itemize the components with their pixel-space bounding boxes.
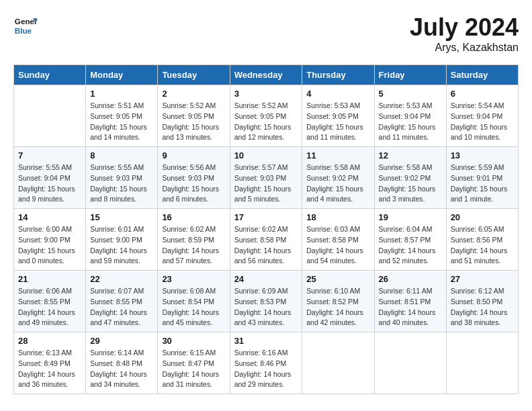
- calendar-cell: 24Sunrise: 6:09 AMSunset: 8:53 PMDayligh…: [230, 271, 302, 332]
- day-info: Sunrise: 5:55 AMSunset: 9:03 PMDaylight:…: [90, 163, 153, 205]
- day-info: Sunrise: 5:52 AMSunset: 9:05 PMDaylight:…: [162, 101, 225, 143]
- day-info: Sunrise: 6:08 AMSunset: 8:54 PMDaylight:…: [162, 286, 225, 328]
- calendar-cell: 20Sunrise: 6:05 AMSunset: 8:56 PMDayligh…: [446, 209, 518, 271]
- day-number: 30: [162, 336, 225, 346]
- day-info: Sunrise: 5:53 AMSunset: 9:04 PMDaylight:…: [379, 101, 442, 143]
- day-number: 13: [451, 150, 514, 161]
- day-info: Sunrise: 6:10 AMSunset: 8:52 PMDaylight:…: [306, 286, 369, 328]
- day-number: 22: [90, 274, 153, 284]
- day-number: 11: [306, 150, 369, 161]
- day-number: 15: [90, 212, 153, 222]
- calendar-cell: [374, 332, 446, 394]
- calendar-cell: 31Sunrise: 6:16 AMSunset: 8:46 PMDayligh…: [230, 332, 302, 394]
- day-number: 24: [234, 274, 298, 284]
- day-info: Sunrise: 6:05 AMSunset: 8:56 PMDaylight:…: [451, 224, 514, 267]
- day-number: 7: [18, 150, 81, 161]
- calendar-cell: 10Sunrise: 5:57 AMSunset: 9:03 PMDayligh…: [230, 147, 302, 209]
- title-block: July 2024 Arys, Kazakhstan: [410, 13, 519, 54]
- calendar-cell: 6Sunrise: 5:54 AMSunset: 9:04 PMDaylight…: [446, 85, 518, 147]
- calendar-cell: 18Sunrise: 6:03 AMSunset: 8:58 PMDayligh…: [302, 209, 374, 271]
- calendar-cell: 15Sunrise: 6:01 AMSunset: 9:00 PMDayligh…: [86, 209, 158, 271]
- day-number: 1: [90, 89, 153, 99]
- calendar-cell: 2Sunrise: 5:52 AMSunset: 9:05 PMDaylight…: [158, 85, 230, 147]
- calendar-cell: 22Sunrise: 6:07 AMSunset: 8:55 PMDayligh…: [86, 271, 158, 332]
- day-number: 29: [90, 336, 153, 346]
- calendar-header-row: SundayMondayTuesdayWednesdayThursdayFrid…: [14, 65, 519, 85]
- day-number: 10: [234, 150, 298, 161]
- day-info: Sunrise: 6:11 AMSunset: 8:51 PMDaylight:…: [379, 286, 442, 328]
- calendar-cell: 25Sunrise: 6:10 AMSunset: 8:52 PMDayligh…: [302, 271, 374, 332]
- week-row-1: 1Sunrise: 5:51 AMSunset: 9:05 PMDaylight…: [14, 85, 519, 147]
- day-info: Sunrise: 5:58 AMSunset: 9:02 PMDaylight:…: [306, 163, 369, 205]
- location: Arys, Kazakhstan: [410, 42, 519, 54]
- header-friday: Friday: [374, 65, 446, 85]
- day-info: Sunrise: 5:54 AMSunset: 9:04 PMDaylight:…: [451, 101, 514, 143]
- calendar-cell: 11Sunrise: 5:58 AMSunset: 9:02 PMDayligh…: [302, 147, 374, 209]
- calendar-cell: 17Sunrise: 6:02 AMSunset: 8:58 PMDayligh…: [230, 209, 302, 271]
- day-info: Sunrise: 6:12 AMSunset: 8:50 PMDaylight:…: [451, 286, 514, 328]
- logo: General Blue General Blue: [13, 13, 38, 38]
- calendar-cell: 14Sunrise: 6:00 AMSunset: 9:00 PMDayligh…: [14, 209, 86, 271]
- header-thursday: Thursday: [302, 65, 374, 85]
- calendar-cell: 5Sunrise: 5:53 AMSunset: 9:04 PMDaylight…: [374, 85, 446, 147]
- calendar-cell: 12Sunrise: 5:58 AMSunset: 9:02 PMDayligh…: [374, 147, 446, 209]
- day-number: 20: [451, 212, 514, 222]
- svg-text:General: General: [15, 17, 38, 26]
- calendar-cell: 16Sunrise: 6:02 AMSunset: 8:59 PMDayligh…: [158, 209, 230, 271]
- day-number: 19: [379, 212, 442, 222]
- day-info: Sunrise: 6:13 AMSunset: 8:49 PMDaylight:…: [18, 348, 81, 390]
- day-info: Sunrise: 5:58 AMSunset: 9:02 PMDaylight:…: [379, 163, 442, 205]
- calendar-cell: 27Sunrise: 6:12 AMSunset: 8:50 PMDayligh…: [446, 271, 518, 332]
- day-info: Sunrise: 5:56 AMSunset: 9:03 PMDaylight:…: [162, 163, 225, 205]
- day-info: Sunrise: 5:59 AMSunset: 9:01 PMDaylight:…: [451, 163, 514, 205]
- day-info: Sunrise: 6:07 AMSunset: 8:55 PMDaylight:…: [90, 286, 153, 328]
- day-number: 25: [306, 274, 369, 284]
- day-info: Sunrise: 6:00 AMSunset: 9:00 PMDaylight:…: [18, 224, 81, 267]
- day-info: Sunrise: 6:09 AMSunset: 8:53 PMDaylight:…: [234, 286, 298, 328]
- day-number: 12: [379, 150, 442, 161]
- day-number: 14: [18, 212, 81, 222]
- header-tuesday: Tuesday: [158, 65, 230, 85]
- calendar-cell: 1Sunrise: 5:51 AMSunset: 9:05 PMDaylight…: [86, 85, 158, 147]
- day-number: 28: [18, 336, 81, 346]
- day-number: 4: [306, 89, 369, 99]
- day-number: 8: [90, 150, 153, 161]
- day-number: 5: [379, 89, 442, 99]
- day-number: 18: [306, 212, 369, 222]
- header-monday: Monday: [86, 65, 158, 85]
- header-wednesday: Wednesday: [230, 65, 302, 85]
- day-info: Sunrise: 6:01 AMSunset: 9:00 PMDaylight:…: [90, 224, 153, 267]
- calendar-cell: 21Sunrise: 6:06 AMSunset: 8:55 PMDayligh…: [14, 271, 86, 332]
- day-info: Sunrise: 5:55 AMSunset: 9:04 PMDaylight:…: [18, 163, 81, 205]
- calendar-cell: 19Sunrise: 6:04 AMSunset: 8:57 PMDayligh…: [374, 209, 446, 271]
- calendar-cell: 8Sunrise: 5:55 AMSunset: 9:03 PMDaylight…: [86, 147, 158, 209]
- day-info: Sunrise: 6:15 AMSunset: 8:47 PMDaylight:…: [162, 348, 225, 390]
- header-saturday: Saturday: [446, 65, 518, 85]
- logo-icon: General Blue: [13, 13, 38, 38]
- day-info: Sunrise: 5:53 AMSunset: 9:05 PMDaylight:…: [306, 101, 369, 143]
- day-number: 6: [451, 89, 514, 99]
- header-sunday: Sunday: [14, 65, 86, 85]
- day-number: 26: [379, 274, 442, 284]
- day-number: 21: [18, 274, 81, 284]
- week-row-3: 14Sunrise: 6:00 AMSunset: 9:00 PMDayligh…: [14, 209, 519, 271]
- calendar-cell: 29Sunrise: 6:14 AMSunset: 8:48 PMDayligh…: [86, 332, 158, 394]
- month-year: July 2024: [410, 13, 519, 42]
- calendar-cell: 9Sunrise: 5:56 AMSunset: 9:03 PMDaylight…: [158, 147, 230, 209]
- week-row-5: 28Sunrise: 6:13 AMSunset: 8:49 PMDayligh…: [14, 332, 519, 394]
- calendar-cell: [14, 85, 86, 147]
- day-number: 16: [162, 212, 225, 222]
- day-info: Sunrise: 5:51 AMSunset: 9:05 PMDaylight:…: [90, 101, 153, 143]
- calendar-cell: 28Sunrise: 6:13 AMSunset: 8:49 PMDayligh…: [14, 332, 86, 394]
- day-info: Sunrise: 6:16 AMSunset: 8:46 PMDaylight:…: [234, 348, 298, 390]
- day-number: 9: [162, 150, 225, 161]
- calendar-cell: 13Sunrise: 5:59 AMSunset: 9:01 PMDayligh…: [446, 147, 518, 209]
- calendar-cell: [302, 332, 374, 394]
- day-info: Sunrise: 5:57 AMSunset: 9:03 PMDaylight:…: [234, 163, 298, 205]
- calendar-cell: 7Sunrise: 5:55 AMSunset: 9:04 PMDaylight…: [14, 147, 86, 209]
- calendar-cell: [446, 332, 518, 394]
- day-info: Sunrise: 6:14 AMSunset: 8:48 PMDaylight:…: [90, 348, 153, 390]
- day-number: 2: [162, 89, 225, 99]
- day-number: 17: [234, 212, 298, 222]
- day-number: 31: [234, 336, 298, 346]
